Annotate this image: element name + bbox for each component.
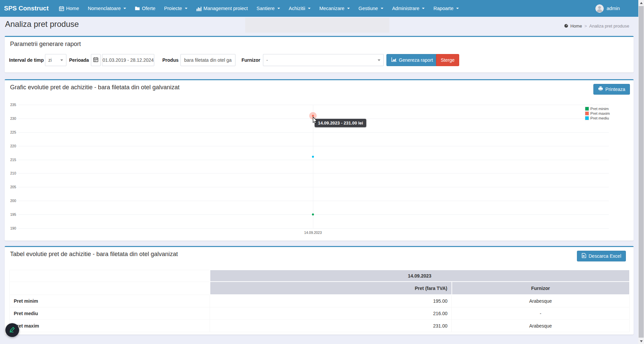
period-label: Perioada — [69, 54, 89, 66]
nav-item-management-proiect[interactable]: Management proiect — [192, 0, 252, 17]
bar-chart-icon — [196, 6, 202, 11]
period-calendar-button[interactable] — [91, 54, 101, 66]
scrollbar-down-arrow[interactable] — [638, 338, 644, 344]
legend-swatch — [585, 107, 589, 111]
nav-item-label: Rapoarte — [433, 6, 453, 11]
header-ghost-box — [245, 18, 389, 33]
breadcrumb-separator: > — [584, 23, 587, 29]
nav-item-label: Mecanizare — [319, 6, 344, 11]
nav-item-achizitii[interactable]: Achizitii — [284, 0, 315, 17]
nav-item-rapoarte[interactable]: Rapoarte — [429, 0, 463, 17]
nav-item-label: Gestiune — [359, 6, 378, 11]
caret-down-icon — [123, 8, 126, 9]
area-chart-icon — [391, 57, 396, 63]
x-tick-label: 14.09.2023 — [293, 231, 333, 235]
table-row: Pret minim195.00Arabesque — [10, 295, 630, 307]
caret-down-icon — [381, 8, 383, 9]
nav-item-label: Santiere — [257, 6, 275, 11]
brand-logo[interactable]: SPS Construct — [0, 0, 55, 17]
gridline — [18, 173, 609, 174]
breadcrumb-current: Analiza pret produse — [589, 23, 629, 29]
download-excel-button[interactable]: x Descarca Excel — [577, 251, 626, 261]
data-point-pret-minim[interactable] — [312, 213, 314, 215]
table-date-header: 14.09.2023 — [210, 270, 630, 282]
legend-item-pret-maxim: Pret maxim — [585, 111, 610, 115]
nav-item-proiecte[interactable]: Proiecte — [160, 0, 192, 17]
price-cell: 216.00 — [210, 307, 452, 320]
caret-down-icon — [277, 8, 280, 9]
period-range-input[interactable]: 01.03.2019 - 28.12.2024 — [102, 54, 154, 66]
scrollbar-up-arrow[interactable] — [638, 0, 644, 6]
row-label: Pret mediu — [10, 307, 210, 320]
report-parameters-panel: Parametrii generare raport Interval de t… — [5, 36, 634, 72]
caret-down-icon — [422, 8, 425, 9]
data-point-pret-maxim[interactable] — [312, 115, 314, 117]
page-title: Analiza pret produse — [5, 19, 79, 29]
nav-item-label: Nomenclatoare — [88, 6, 121, 11]
gridline — [18, 132, 609, 133]
supplier-select[interactable]: - — [263, 54, 384, 66]
supplier-cell: - — [452, 307, 630, 320]
nav-item-label: Home — [66, 6, 79, 11]
table-corner-cell — [10, 270, 210, 282]
table-row: Pret maxim231.00Arabesque — [10, 320, 630, 332]
user-name: admin — [607, 6, 620, 11]
product-input[interactable] — [180, 54, 235, 66]
nav-item-label: Administrare — [392, 6, 419, 11]
top-navbar: SPS Construct HomeNomenclatoareOfertePro… — [0, 0, 638, 17]
delete-button[interactable]: Sterge — [436, 54, 459, 66]
vertical-scrollbar[interactable] — [638, 0, 644, 344]
chevron-down-icon — [60, 59, 63, 61]
price-table-body: Pret minim195.00ArabesquePret mediu216.0… — [10, 295, 630, 332]
legend-swatch — [585, 116, 589, 120]
generate-report-button[interactable]: Genereza raport — [386, 54, 438, 66]
user-menu[interactable]: admin — [592, 0, 624, 17]
nav-item-gestiune[interactable]: Gestiune — [354, 0, 388, 17]
interval-label: Interval de timp — [9, 54, 44, 66]
nav-item-label: Management proiect — [204, 6, 248, 11]
gridline — [18, 187, 609, 187]
chart-tooltip: 14.09.2023 - 231.00 lei — [315, 119, 366, 127]
nav-item-label: Oferte — [142, 6, 155, 11]
legend-item-pret-mediu: Pret mediu — [585, 116, 610, 120]
y-tick-label: 210 — [6, 171, 16, 175]
calendar-icon — [93, 57, 98, 63]
folder-icon — [135, 6, 140, 11]
caret-down-icon — [308, 8, 311, 9]
price-evolution-chart-panel: Grafic evolutie pret de achizitie - bara… — [5, 79, 634, 241]
data-point-pret-mediu[interactable] — [312, 156, 314, 158]
supplier-cell: Arabesque — [452, 295, 630, 307]
pencil-icon — [9, 326, 16, 334]
breadcrumb-home-link[interactable]: Home — [564, 23, 582, 29]
caret-down-icon — [347, 8, 350, 9]
nav-item-home[interactable]: Home — [55, 0, 84, 17]
edit-fab-button[interactable] — [5, 323, 19, 337]
legend-item-pret-minim: Pret minim — [585, 107, 610, 111]
interval-select[interactable]: zi — [45, 54, 66, 66]
breadcrumb: Home > Analiza pret produse — [564, 23, 629, 29]
nav-item-santiere[interactable]: Santiere — [252, 0, 284, 17]
supplier-cell: Arabesque — [452, 320, 630, 332]
nav-item-oferte[interactable]: Oferte — [130, 0, 160, 17]
nav-item-administrare[interactable]: Administrare — [388, 0, 429, 17]
excel-file-icon: x — [582, 253, 586, 259]
price-cell: 231.00 — [210, 320, 452, 332]
chevron-down-icon — [378, 59, 380, 61]
caret-down-icon — [185, 8, 187, 9]
scrollbar-thumb[interactable] — [639, 6, 644, 338]
params-form: Interval de timp zi Perioada 01.03.2019 … — [5, 54, 634, 66]
legend-label: Pret minim — [590, 107, 609, 111]
params-panel-title: Parametrii generare raport — [10, 41, 81, 48]
gridline — [18, 105, 609, 105]
column-header-price: Pret (fara TVA) — [210, 282, 452, 295]
y-tick-label: 220 — [6, 144, 16, 148]
legend-label: Pret maxim — [590, 111, 610, 115]
nav-item-nomenclatoare[interactable]: Nomenclatoare — [84, 0, 130, 17]
navbar-menu: HomeNomenclatoareOferteProiecteManagemen… — [55, 0, 463, 17]
y-tick-label: 225 — [6, 130, 16, 134]
gridline — [18, 160, 609, 160]
table-corner-cell — [10, 282, 210, 295]
caret-down-icon — [456, 8, 459, 9]
nav-item-mecanizare[interactable]: Mecanizare — [315, 0, 354, 17]
legend-swatch — [585, 111, 589, 115]
